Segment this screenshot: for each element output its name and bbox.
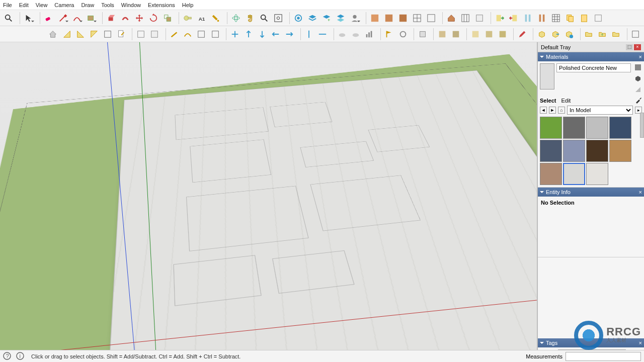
tags-title[interactable]: Tags [546,340,557,346]
outliner-icon[interactable] [292,12,305,25]
rectangle-tool-icon[interactable] [85,12,98,25]
material-name-field[interactable] [556,63,631,72]
grid-2-icon[interactable] [425,12,438,25]
dim-5-icon[interactable] [283,28,296,41]
library-forward-icon[interactable]: ► [549,107,556,114]
grid-5-icon[interactable] [101,28,114,41]
tray-close-icon[interactable]: × [634,44,641,50]
dim-1-icon[interactable] [228,28,241,41]
pattern-4-icon[interactable] [482,28,495,41]
model-viewport[interactable] [0,42,537,362]
cloud-2-icon[interactable] [350,28,362,41]
move-tool-icon[interactable] [133,12,146,25]
menu-window[interactable]: Window [121,2,141,8]
layers-icon[interactable] [306,12,319,25]
layers-add-icon[interactable]: + [320,12,333,25]
menu-extensions[interactable]: Extensions [148,2,175,8]
section-2-icon[interactable] [535,12,548,25]
arc-tool-icon[interactable] [70,12,84,25]
materials-title[interactable]: Materials [546,54,569,60]
box-arrow-icon[interactable] [549,28,561,41]
axis-2-icon[interactable] [316,28,329,41]
dim-2-icon[interactable] [242,28,255,41]
pattern-1-icon[interactable] [436,28,448,41]
menu-file[interactable]: File [3,2,12,8]
pattern-3-icon[interactable] [469,28,481,41]
folder-1-icon[interactable] [583,28,595,41]
followme-tool-icon[interactable] [119,12,132,25]
library-back-icon[interactable]: ◄ [540,107,547,114]
tags-close-icon[interactable]: × [639,340,642,346]
layers-explode-icon[interactable] [334,12,347,25]
paint-tool-icon[interactable] [209,12,222,25]
materials-tab-edit[interactable]: Edit [561,98,571,104]
axis-1-icon[interactable] [303,28,315,41]
pencil-2-icon[interactable] [516,28,528,41]
menu-view[interactable]: View [36,2,48,8]
material-create-icon[interactable] [634,63,642,71]
home-icon[interactable] [47,28,59,41]
pushpull-tool-icon[interactable] [105,12,118,25]
texture-3-icon[interactable] [396,12,410,25]
measurements-field[interactable] [566,352,641,361]
section-1-icon[interactable] [521,12,534,25]
zoom-extents-tool-icon[interactable] [272,12,285,25]
pattern-2-icon[interactable] [449,28,462,41]
folder-up-icon[interactable] [596,28,609,41]
materials-scrollbar[interactable] [640,113,644,138]
scale-tool-icon[interactable] [161,12,174,25]
edit-doc-icon[interactable] [115,28,128,41]
swatch-concrete-polished[interactable] [563,163,585,185]
pattern-5-icon[interactable] [496,28,509,41]
misc-1-icon[interactable] [592,12,605,25]
menu-edit[interactable]: Edit [19,2,29,8]
profile-icon[interactable] [348,12,361,25]
swatch-brown-dark[interactable] [586,140,608,162]
swatch-blue-gray[interactable] [563,140,585,162]
dim-4-icon[interactable] [269,28,282,41]
material-cube-icon[interactable] [634,74,642,82]
grid-4-icon[interactable] [549,12,562,25]
grid-3-icon[interactable] [459,12,472,25]
box-1-icon[interactable] [535,28,548,41]
folder-2-icon[interactable] [610,28,622,41]
texture-2-icon[interactable] [382,12,395,25]
materials-close-icon[interactable]: × [639,54,642,60]
texture-1-icon[interactable] [368,12,381,25]
pan-tool-icon[interactable] [244,12,257,25]
tray-pin-icon[interactable]: ⬚ [626,44,633,50]
info-icon[interactable]: i [16,352,24,361]
menu-draw[interactable]: Draw [81,2,94,8]
align-2-icon[interactable] [148,28,161,41]
menu-camera[interactable]: Camera [54,2,74,8]
swatch-beige[interactable] [540,163,562,185]
rotate-tool-icon[interactable] [147,12,160,25]
help-icon[interactable]: ? [3,352,11,361]
grid-6-icon[interactable] [195,28,208,41]
materials-tab-select[interactable]: Select [540,98,556,104]
swatch-brick-white[interactable] [586,163,608,185]
dim-3-icon[interactable] [256,28,268,41]
flag-icon[interactable] [383,28,395,41]
material-preview-swatch[interactable] [540,63,554,89]
settings-1-icon[interactable] [396,28,409,41]
material-library-select[interactable]: In Model [567,106,633,115]
export-icon[interactable] [507,12,520,25]
search-tool-icon[interactable] [2,12,15,25]
entity-info-close-icon[interactable]: × [639,189,642,195]
align-1-icon[interactable] [134,28,147,41]
material-default-icon[interactable] [634,85,642,94]
library-home-icon[interactable]: ⌂ [558,107,565,114]
grid-1-icon[interactable] [411,12,424,25]
curve-1-icon[interactable] [182,28,194,41]
import-icon[interactable] [493,12,506,25]
eraser-tool-icon[interactable] [42,12,55,25]
select-tool-icon[interactable] [22,12,35,25]
entity-info-title[interactable]: Entity Info [546,189,571,195]
angle-2-icon[interactable] [74,28,87,41]
menu-tools[interactable]: Tools [101,2,114,8]
orbit-tool-icon[interactable] [229,12,243,25]
zoom-tool-icon[interactable] [258,12,271,25]
eyedropper-icon[interactable] [635,97,642,105]
cloud-1-icon[interactable] [336,28,349,41]
